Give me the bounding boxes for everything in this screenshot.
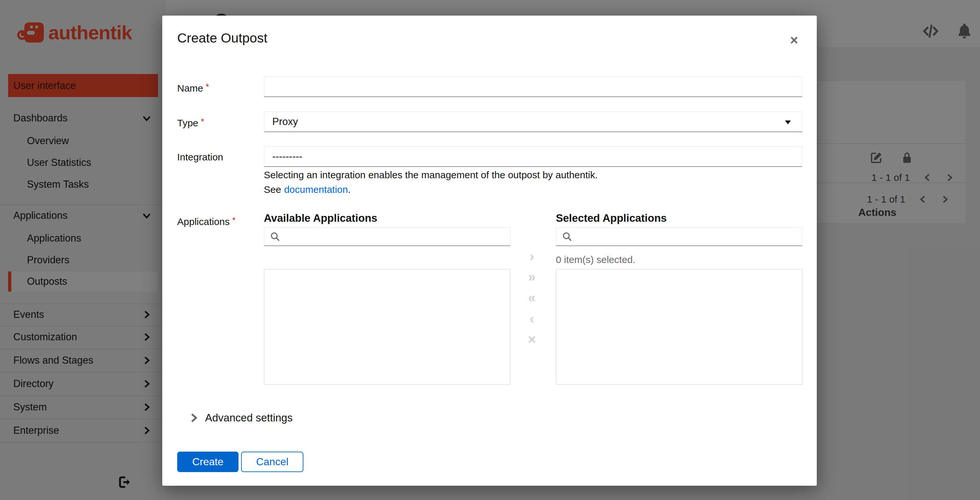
move-all-right-icon[interactable]: » — [522, 269, 542, 285]
cancel-button[interactable]: Cancel — [241, 452, 304, 472]
move-selected-left-icon[interactable]: ‹ — [522, 311, 542, 327]
search-icon — [562, 231, 573, 242]
create-outpost-modal: Create Outpost × Name* Type* Proxy Integ… — [162, 16, 817, 486]
required-asterisk: * — [201, 116, 204, 126]
selected-count-caption: 0 item(s) selected. — [556, 254, 635, 265]
available-applications-header: Available Applications — [264, 212, 377, 225]
type-select-value: Proxy — [272, 116, 298, 127]
available-applications-listbox[interactable] — [264, 269, 511, 385]
applications-label: Applications* — [177, 215, 235, 227]
integration-help-text: Selecting an integration enables the man… — [264, 169, 598, 180]
selected-search-input[interactable] — [577, 231, 802, 242]
close-icon[interactable]: × — [786, 32, 802, 49]
search-icon — [270, 231, 281, 242]
integration-select-value: --------- — [272, 151, 302, 162]
create-button[interactable]: Create — [177, 452, 239, 472]
selected-search[interactable] — [556, 227, 802, 246]
integration-help-line2: Seedocumentation. — [264, 184, 351, 195]
type-select[interactable]: Proxy — [264, 111, 802, 132]
selected-applications-listbox[interactable] — [556, 269, 802, 385]
move-all-left-icon[interactable]: « — [522, 289, 542, 306]
available-search[interactable] — [264, 227, 511, 246]
required-asterisk: * — [206, 82, 209, 92]
chevron-right-icon[interactable] — [188, 412, 199, 424]
modal-title: Create Outpost — [177, 30, 267, 46]
documentation-link[interactable]: documentation — [284, 184, 348, 195]
selected-applications-header: Selected Applications — [556, 212, 667, 225]
available-search-input[interactable] — [285, 231, 510, 242]
authentik-admin-app: authentik User interface Dashboards Over… — [0, 0, 980, 500]
required-asterisk: * — [232, 215, 235, 225]
integration-label: Integration — [177, 151, 223, 162]
move-selected-right-icon[interactable]: › — [522, 248, 542, 265]
name-input[interactable] — [264, 76, 802, 97]
advanced-settings-toggle[interactable]: Advanced settings — [205, 412, 293, 424]
type-label: Type* — [177, 116, 204, 129]
chevron-down-icon — [785, 121, 791, 124]
integration-select[interactable]: --------- — [264, 146, 802, 167]
clear-selection-icon[interactable]: × — [522, 331, 542, 348]
name-label: Name* — [177, 82, 209, 94]
